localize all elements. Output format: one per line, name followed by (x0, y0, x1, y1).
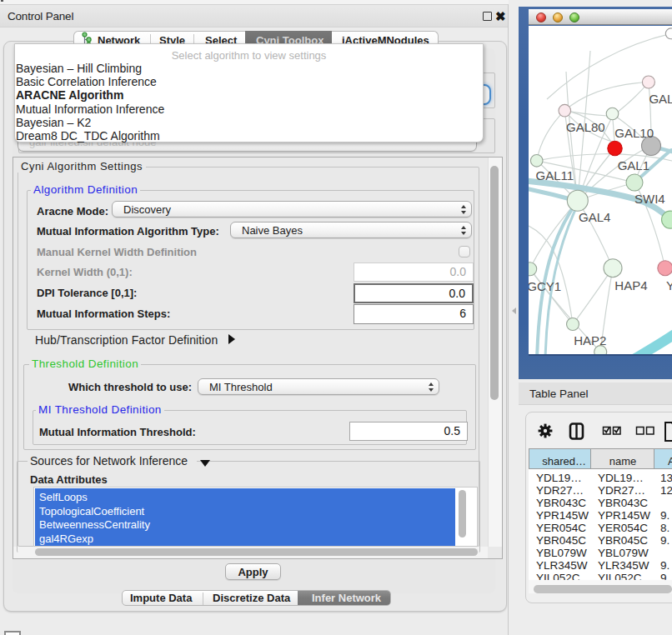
svg-text:GCY1: GCY1 (529, 279, 561, 293)
svg-text:GAL: GAL (649, 92, 672, 106)
svg-text:SWI4: SWI4 (634, 192, 665, 206)
svg-text:GAL10: GAL10 (614, 126, 654, 140)
svg-text:HAP2: HAP2 (574, 333, 606, 348)
svg-text:GAL11: GAL11 (536, 168, 574, 182)
svg-text:GAL1: GAL1 (618, 158, 649, 172)
svg-text:Y: Y (666, 278, 672, 292)
svg-text:GAL4: GAL4 (579, 210, 610, 224)
svg-text:GAL80: GAL80 (566, 120, 605, 134)
svg-text:HAP4: HAP4 (614, 278, 647, 292)
